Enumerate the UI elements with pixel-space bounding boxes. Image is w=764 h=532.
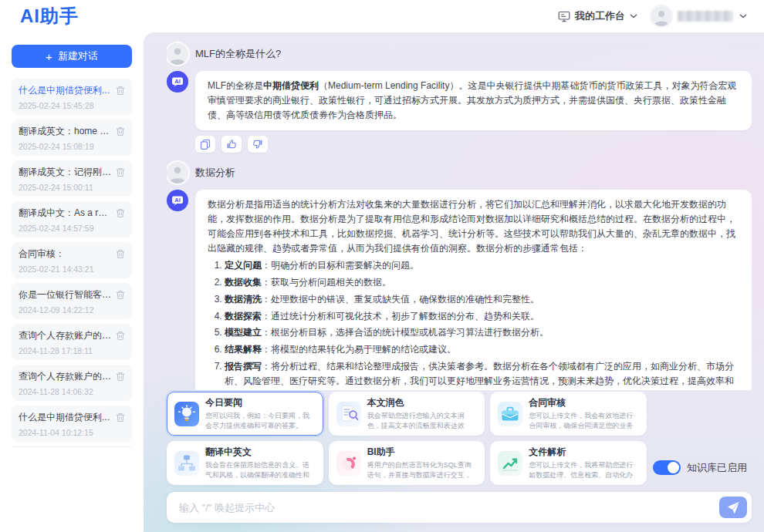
contract-icon xyxy=(498,402,522,426)
quick-card[interactable]: 文件解析 您可以上传文件，我将帮助您进行如数据处理、信息检索、自动化办公等。 xyxy=(490,441,647,485)
card-description: 我会帮助您进行您输入的文本润色，提高文本的流畅度和表达效果。 xyxy=(367,411,478,431)
card-title: BI助手 xyxy=(367,446,478,459)
conversation-timestamp: 2024-11-28 14:06:32 xyxy=(19,387,113,396)
quick-card[interactable]: 翻译中英文 我会旨在保留原始信息的含义、语气和风格，以确保翻译的准确性和自然流畅… xyxy=(167,441,323,485)
conversation-title: 翻译成英文：记得刚开始... xyxy=(19,166,113,179)
user-avatar xyxy=(167,162,188,184)
card-title: 合同审核 xyxy=(529,396,639,409)
trash-icon[interactable] xyxy=(116,207,125,221)
conversation-item[interactable]: 你是一位银行智能客服，... 2024-12-09 14:22:12 xyxy=(12,283,132,319)
new-chat-button[interactable]: + 新建对话 xyxy=(12,45,132,68)
chat-area: MLF的全称是什么? AI MLF的全称是中期借贷便利（Medium-term … xyxy=(144,32,764,532)
conversation-main: 什么是中期借贷便利... 2025-02-24 15:45:28 xyxy=(19,84,113,110)
conversation-title: 查询个人存款账户的最新... xyxy=(19,329,113,342)
conversation-item[interactable]: 查询个人存款账户的最新... 2024-11-28 14:06:32 xyxy=(12,365,132,401)
conversation-item[interactable]: 翻译成英文：记得刚开始... 2025-02-24 15:00:11 xyxy=(12,160,132,197)
pie-chart-icon xyxy=(336,451,361,476)
trash-icon[interactable] xyxy=(116,166,125,180)
thumbs-up-icon xyxy=(226,139,237,150)
conversation-item[interactable]: 翻译成英文：home home 2025-02-24 15:08:19 xyxy=(12,120,132,156)
knowledge-toggle-wrap: 知识库已启用 xyxy=(647,392,752,485)
ai-message-text: MLF的全称是中期借贷便利（Medium-term Lending Facili… xyxy=(208,79,739,123)
ai-avatar: AI xyxy=(167,71,188,93)
bi-icon xyxy=(336,451,361,476)
quick-cards: 今日要闻 您可以问我，例如：今日要闻，我会尽力提供准确和可靠的答案。 本文润色 … xyxy=(167,392,647,485)
quick-card[interactable]: 今日要闻 您可以问我，例如：今日要闻，我会尽力提供准确和可靠的答案。 xyxy=(167,392,323,436)
user-message-text: 数据分析 xyxy=(195,166,235,180)
trend-chart-icon xyxy=(498,451,522,476)
knowledge-toggle-label: 知识库已启用 xyxy=(687,461,747,475)
user-menu[interactable] xyxy=(651,6,747,26)
conversation-item[interactable]: 查询个人存款账户的最新... 2024-11-28 17:18:11 xyxy=(12,324,132,360)
parse-icon xyxy=(498,451,522,476)
conversation-main: 翻译成中文：As a reader... 2025-02-24 14:57:59 xyxy=(19,207,113,233)
card-description: 您可以上传文件，我会有效地进行合同审核，确保合同满足您的业务需求。 xyxy=(529,411,639,431)
conversation-timestamp: 2025-02-24 15:45:28 xyxy=(19,101,113,110)
toggle-knob xyxy=(668,462,679,473)
card-title: 今日要闻 xyxy=(205,396,316,409)
conversation-title: 你是一位银行智能客服，... xyxy=(19,288,113,301)
app-logo: AI助手 xyxy=(20,4,79,29)
quick-card[interactable]: 本文润色 我会帮助您进行您输入的文本润色，提高文本的流畅度和表达效果。 xyxy=(329,392,485,436)
knowledge-toggle[interactable] xyxy=(653,460,681,475)
conversation-main: 翻译成英文：记得刚开始... 2025-02-24 15:00:11 xyxy=(19,166,113,192)
ai-avatar: AI xyxy=(167,190,188,211)
plus-icon: + xyxy=(46,51,52,62)
polish-icon xyxy=(336,402,361,426)
card-title: 本文润色 xyxy=(367,396,478,409)
ai-message-column: MLF的全称是中期借贷便利（Medium-term Lending Facili… xyxy=(195,71,752,157)
list-item: 模型建立：根据分析目标，选择合适的统计模型或机器学习算法进行数据分析。 xyxy=(225,325,739,340)
card-description: 将用户的自然语言转化为SQL查询语句，并直接与数据库进行交互，返回智能推荐的图表… xyxy=(367,460,478,480)
trash-icon[interactable] xyxy=(116,247,125,262)
ai-message: AI MLF的全称是中期借贷便利（Medium-term Lending Fac… xyxy=(167,71,752,157)
conversation-main: 查询个人存款账户的最新... 2024-11-28 17:18:11 xyxy=(19,329,113,355)
trash-icon[interactable] xyxy=(116,411,125,426)
ai-message: AI 数据分析是指用适当的统计分析方法对收集来的大量数据进行分析，将它们加以汇总… xyxy=(167,190,752,390)
chevron-down-icon xyxy=(630,14,637,19)
list-item: 定义问题：明确分析的目标和需要解决的问题。 xyxy=(225,258,739,273)
conversation-timestamp: 2025-02-21 14:43:21 xyxy=(19,264,113,274)
quick-card[interactable]: 合同审核 您可以上传文件，我会有效地进行合同审核，确保合同满足您的业务需求。 xyxy=(490,392,647,436)
card-body: BI助手 将用户的自然语言转化为SQL查询语句，并直接与数据库进行交互，返回智能… xyxy=(367,446,478,480)
conversation-title: 翻译成英文：home home xyxy=(19,125,113,138)
conversation-timestamp: 2024-12-09 14:22:12 xyxy=(19,305,113,315)
list-item: 报告撰写：将分析过程、结果和结论整理成报告，供决策者参考。数据分析在各个领域都有… xyxy=(225,359,739,390)
conversation-main: 查询个人存款账户的最新... 2024-11-28 14:06:32 xyxy=(19,370,113,396)
conversation-title: 翻译成中文：As a reader... xyxy=(19,207,113,220)
ai-message-list: 定义问题：明确分析的目标和需要解决的问题。数据收集：获取与分析问题相关的数据。数… xyxy=(208,258,739,390)
topbar: AI助手 我的工作台 xyxy=(0,0,764,32)
card-title: 翻译中英文 xyxy=(205,446,316,459)
list-item: 数据收集：获取与分析问题相关的数据。 xyxy=(225,275,739,290)
card-description: 您可以上传文件，我将帮助您进行如数据处理、信息检索、自动化办公等。 xyxy=(529,460,639,480)
conversation-item[interactable]: 什么是中期借贷便利... 2024-11-04 10:12:15 xyxy=(12,406,132,442)
trash-icon[interactable] xyxy=(116,288,125,303)
conversation-main: 你是一位银行智能客服，... 2024-12-09 14:22:12 xyxy=(19,288,113,315)
conversation-main: 什么是中期借贷便利... 2024-11-04 10:12:15 xyxy=(19,411,113,437)
trash-icon[interactable] xyxy=(116,84,125,99)
list-item: 结果解释：将模型的结果转化为易于理解的结论或建议。 xyxy=(225,342,739,357)
list-item: 数据清洗：处理数据中的错误、重复或缺失值，确保数据的准确性和完整性。 xyxy=(225,292,739,307)
trash-icon[interactable] xyxy=(116,370,125,385)
trash-icon[interactable] xyxy=(116,125,125,140)
like-button[interactable] xyxy=(221,136,242,153)
trash-icon[interactable] xyxy=(116,329,125,344)
card-body: 合同审核 您可以上传文件，我会有效地进行合同审核，确保合同满足您的业务需求。 xyxy=(529,396,639,431)
chat-input[interactable] xyxy=(179,502,719,513)
username-redacted xyxy=(678,11,733,22)
new-chat-label: 新建对话 xyxy=(58,49,98,63)
send-button[interactable] xyxy=(719,497,747,518)
dislike-button[interactable] xyxy=(248,136,268,153)
quick-card[interactable]: BI助手 将用户的自然语言转化为SQL查询语句，并直接与数据库进行交互，返回智能… xyxy=(329,441,485,485)
card-body: 翻译中英文 我会旨在保留原始信息的含义、语气和风格，以确保翻译的准确性和自然流畅… xyxy=(205,446,316,480)
copy-button[interactable] xyxy=(195,136,215,153)
conversation-item[interactable]: 合同审核： 2025-02-21 14:43:21 xyxy=(12,242,132,278)
conversation-item[interactable]: 什么是中期借贷便利... 2025-02-24 15:45:28 xyxy=(12,79,132,115)
card-title: 文件解析 xyxy=(529,446,639,459)
svg-text:AI: AI xyxy=(174,197,181,204)
chevron-down-icon xyxy=(739,14,747,19)
user-avatar xyxy=(167,43,188,65)
ai-message-text: 数据分析是指用适当的统计分析方法对收集来的大量数据进行分析，将它们加以汇总和理解… xyxy=(208,197,739,256)
conversation-item[interactable]: 翻译成中文：As a reader... 2025-02-24 14:57:59 xyxy=(12,201,132,237)
svg-text:AI: AI xyxy=(174,78,181,85)
workspace-menu[interactable]: 我的工作台 xyxy=(558,9,637,23)
